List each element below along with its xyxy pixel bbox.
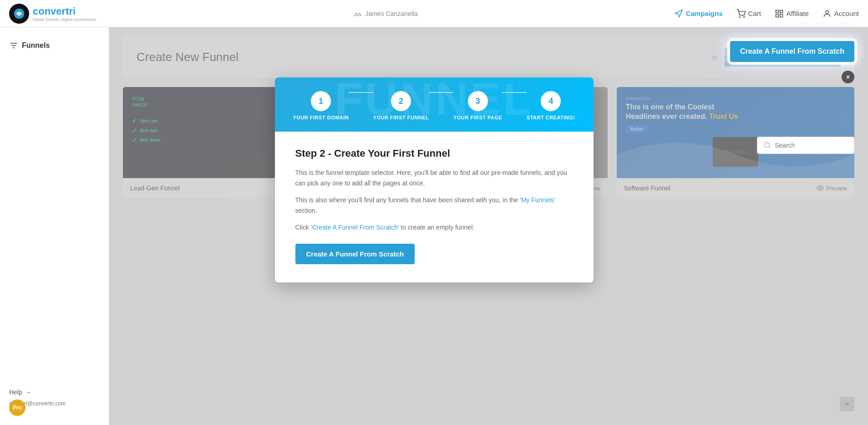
step-label-3: YOUR FIRST PAGE — [453, 115, 503, 120]
para3-prefix: Click ' — [295, 224, 312, 231]
main-navigation: Campaigns Cart Affiliate Account — [674, 9, 859, 18]
svg-point-1 — [739, 16, 740, 17]
close-button[interactable]: × — [842, 71, 854, 83]
step-4: 4 START CREATING! — [527, 91, 575, 120]
sidebar: Funnels Help → support@convertri.com Pro — [0, 27, 109, 425]
svg-point-2 — [743, 16, 744, 17]
modal-cta-button[interactable]: Create A Funnel From Scratch — [295, 244, 415, 264]
help-arrow: → — [25, 389, 31, 396]
svg-point-14 — [765, 143, 770, 148]
user-section: James Canzanella — [354, 10, 418, 18]
modal-body: Step 2 - Create Your First Funnel This i… — [275, 132, 594, 282]
step-line — [429, 92, 453, 93]
steps-indicator: 1 YOUR FIRST DOMAIN 2 YOUR FIRST FUNNEL … — [293, 91, 575, 120]
modal-paragraph-1: This is the funnel template selector. He… — [295, 168, 573, 189]
my-funnels-link[interactable]: My Funnels — [521, 196, 554, 204]
close-icon: × — [846, 73, 850, 81]
help-label: Help — [9, 389, 22, 396]
step-2: 2 YOUR FIRST FUNNEL — [373, 91, 429, 120]
account-label: Account — [834, 10, 859, 17]
step-line — [349, 92, 373, 93]
cart-icon — [736, 9, 746, 18]
search-box[interactable] — [757, 137, 854, 154]
create-funnel-top-button[interactable]: Create A Funnel From Scratch — [730, 41, 854, 62]
main-content: Create New Funnel or Create A Funnel Fro… — [109, 27, 868, 425]
onboarding-modal: FUNNEL 1 YOUR FIRST DOMAIN 2 YOUR FIRST … — [275, 77, 594, 282]
step-circle-2: 2 — [391, 91, 411, 111]
affiliate-label: Affiliate — [787, 10, 809, 17]
search-container — [757, 137, 854, 154]
funnels-label: Funnels — [22, 41, 50, 50]
close-button-container: × — [842, 71, 854, 83]
step-3: 3 YOUR FIRST PAGE — [453, 91, 503, 120]
svg-rect-4 — [780, 10, 783, 13]
search-icon — [764, 142, 771, 149]
svg-point-7 — [825, 10, 828, 14]
campaigns-icon — [674, 9, 683, 18]
modal-paragraph-2: This is also where you'll find any funne… — [295, 195, 573, 216]
user-name: James Canzanella — [365, 10, 418, 17]
campaigns-label: Campaigns — [686, 10, 723, 17]
step-circle-3: 3 — [468, 91, 488, 111]
affiliate-icon — [775, 9, 784, 18]
pro-badge: Pro — [9, 399, 25, 416]
top-navigation: convertri Faster funnels. Higher convers… — [0, 0, 868, 27]
nav-campaigns[interactable]: Campaigns — [674, 9, 723, 18]
cart-label: Cart — [748, 10, 761, 17]
para2-prefix: This is also where you'll find any funne… — [295, 196, 521, 204]
step-circle-1: 1 — [311, 91, 331, 111]
svg-rect-5 — [780, 14, 783, 17]
account-icon — [822, 9, 832, 18]
para3-suffix: ' to create an empty funnel: — [398, 224, 474, 231]
nav-affiliate[interactable]: Affiliate — [775, 9, 809, 18]
step-label-4: START CREATING! — [527, 115, 575, 120]
brand-tagline: Faster funnels. Higher conversions. — [33, 17, 97, 22]
filter-icon — [9, 41, 18, 50]
logo-icon — [9, 4, 29, 24]
modal-paragraph-3: Click 'Create A Funnel From Scratch' to … — [295, 222, 573, 233]
step-label-1: YOUR FIRST DOMAIN — [293, 115, 349, 120]
svg-rect-6 — [776, 14, 778, 17]
step-line — [502, 92, 526, 93]
step-circle-4: 4 — [541, 91, 561, 111]
modal-title: Step 2 - Create Your First Funnel — [295, 148, 573, 159]
crown-icon — [354, 10, 362, 18]
sidebar-funnels[interactable]: Funnels — [0, 36, 109, 55]
nav-cart[interactable]: Cart — [736, 9, 761, 18]
svg-line-15 — [769, 147, 770, 148]
logo[interactable]: convertri Faster funnels. Higher convers… — [9, 4, 97, 24]
nav-account[interactable]: Account — [822, 9, 859, 18]
create-funnel-link: Create A Funnel From Scratch — [312, 224, 397, 231]
search-input[interactable] — [775, 142, 848, 149]
help-link[interactable]: Help → — [9, 389, 100, 396]
modal-header: FUNNEL 1 YOUR FIRST DOMAIN 2 YOUR FIRST … — [275, 77, 594, 132]
highlight-button-container: Create A Funnel From Scratch — [730, 41, 854, 62]
highlight-glow: Create A Funnel From Scratch — [730, 41, 854, 62]
brand-name: convertri — [33, 5, 97, 17]
svg-rect-3 — [776, 10, 778, 13]
step-1: 1 YOUR FIRST DOMAIN — [293, 91, 349, 120]
step-label-2: YOUR FIRST FUNNEL — [373, 115, 429, 120]
